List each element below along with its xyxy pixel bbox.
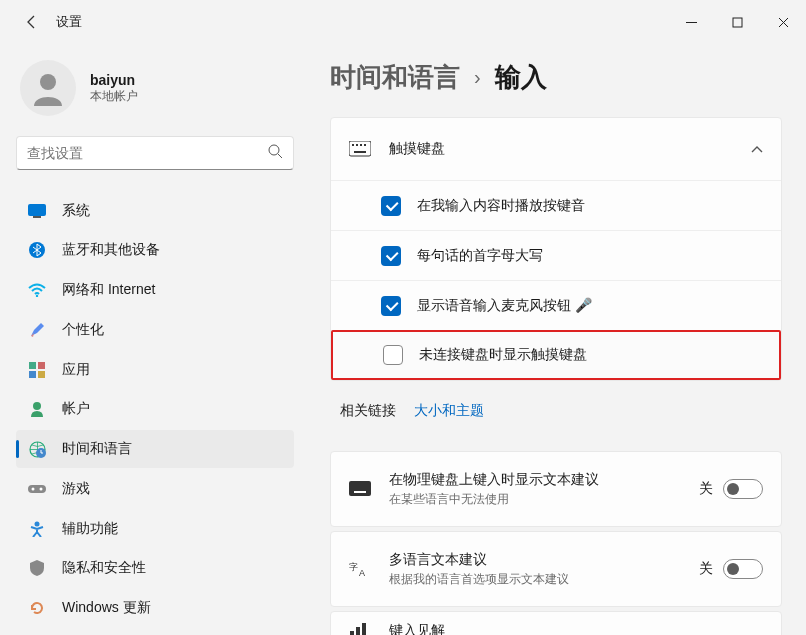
globe-clock-icon <box>28 440 46 458</box>
opt-label: 在我输入内容时播放按键音 <box>417 197 585 215</box>
nav-accessibility[interactable]: 辅助功能 <box>16 510 294 548</box>
svg-rect-22 <box>356 144 358 146</box>
nav-list: 系统 蓝牙和其他设备 网络和 Internet 个性化 应用 帐户 <box>16 192 294 627</box>
multilang-suggest-card[interactable]: 字A 多语言文本建议 根据我的语言首选项显示文本建议 关 <box>330 531 782 607</box>
nav-gaming[interactable]: 游戏 <box>16 470 294 508</box>
toggle-off[interactable] <box>723 479 763 499</box>
card-title: 键入见解 <box>389 622 445 635</box>
opt-label: 显示语音输入麦克风按钮 🎤 <box>417 297 592 315</box>
svg-text:字: 字 <box>349 562 358 572</box>
sidebar: baiyun 本地帐户 系统 蓝牙和其他设备 网络和 Internet <box>0 44 302 635</box>
svg-point-13 <box>33 402 41 410</box>
window-title: 设置 <box>56 13 82 31</box>
nav-label: 辅助功能 <box>62 520 118 538</box>
svg-point-2 <box>40 74 56 90</box>
search-box[interactable] <box>16 136 294 170</box>
keyboard-icon <box>349 138 371 160</box>
touch-keyboard-card: 触摸键盘 在我输入内容时播放按键音 每句话的首字母大写 显示语音输入麦克风按钮 … <box>330 117 782 381</box>
svg-rect-1 <box>733 18 742 27</box>
svg-rect-23 <box>360 144 362 146</box>
related-label: 相关链接 <box>340 402 396 420</box>
accessibility-icon <box>28 520 46 538</box>
svg-point-17 <box>32 487 35 490</box>
nav-apps[interactable]: 应用 <box>16 351 294 389</box>
card-subtitle: 在某些语言中无法使用 <box>389 491 599 508</box>
svg-line-4 <box>278 154 282 158</box>
gamepad-icon <box>28 480 46 498</box>
nav-personalization[interactable]: 个性化 <box>16 311 294 349</box>
svg-rect-12 <box>38 371 45 378</box>
keyboard-solid-icon <box>349 478 371 500</box>
svg-rect-10 <box>38 362 45 369</box>
toggle-state: 关 <box>699 560 713 578</box>
card-title: 在物理键盘上键入时显示文本建议 <box>389 471 599 489</box>
size-theme-link[interactable]: 大小和主题 <box>414 402 484 420</box>
back-button[interactable] <box>22 12 42 32</box>
avatar <box>20 60 76 116</box>
main-content: 时间和语言 › 输入 触摸键盘 在我输入内容时播放按键音 每句话的首字母大写 <box>302 44 806 635</box>
toggle-off[interactable] <box>723 559 763 579</box>
toggle-state: 关 <box>699 480 713 498</box>
nav-time-language[interactable]: 时间和语言 <box>16 430 294 468</box>
nav-bluetooth[interactable]: 蓝牙和其他设备 <box>16 232 294 270</box>
card-subtitle: 根据我的语言首选项显示文本建议 <box>389 571 569 588</box>
checkbox-checked[interactable] <box>381 296 401 316</box>
nav-label: 时间和语言 <box>62 440 132 458</box>
opt-keysound[interactable]: 在我输入内容时播放按键音 <box>331 180 781 230</box>
user-sub: 本地帐户 <box>90 88 138 105</box>
svg-rect-32 <box>362 623 366 635</box>
svg-rect-21 <box>352 144 354 146</box>
window-controls <box>668 4 806 40</box>
svg-rect-24 <box>364 144 366 146</box>
nav-privacy[interactable]: 隐私和安全性 <box>16 550 294 588</box>
svg-rect-6 <box>33 216 41 218</box>
chevron-right-icon: › <box>474 66 481 89</box>
nav-label: 个性化 <box>62 321 104 339</box>
breadcrumb-parent[interactable]: 时间和语言 <box>330 60 460 95</box>
bluetooth-icon <box>28 241 46 259</box>
nav-label: 应用 <box>62 361 90 379</box>
svg-text:A: A <box>359 568 365 578</box>
nav-accounts[interactable]: 帐户 <box>16 391 294 429</box>
nav-label: 系统 <box>62 202 90 220</box>
checkbox-checked[interactable] <box>381 246 401 266</box>
nav-system[interactable]: 系统 <box>16 192 294 230</box>
opt-capitalize[interactable]: 每句话的首字母大写 <box>331 230 781 280</box>
nav-network[interactable]: 网络和 Internet <box>16 271 294 309</box>
opt-label: 未连接键盘时显示触摸键盘 <box>419 346 587 364</box>
touch-keyboard-header[interactable]: 触摸键盘 <box>331 118 781 180</box>
user-block[interactable]: baiyun 本地帐户 <box>16 52 294 136</box>
checkbox-checked[interactable] <box>381 196 401 216</box>
related-links: 相关链接 大小和主题 <box>330 385 782 437</box>
nav-label: 隐私和安全性 <box>62 559 146 577</box>
nav-label: 网络和 Internet <box>62 281 155 299</box>
checkbox-unchecked[interactable] <box>383 345 403 365</box>
svg-point-3 <box>269 145 279 155</box>
opt-voice-mic[interactable]: 显示语音输入麦克风按钮 🎤 <box>331 280 781 330</box>
nav-windows-update[interactable]: Windows 更新 <box>16 589 294 627</box>
svg-rect-5 <box>28 204 46 216</box>
close-button[interactable] <box>760 4 806 40</box>
chevron-up-icon <box>751 141 763 157</box>
svg-point-8 <box>36 295 38 297</box>
search-input[interactable] <box>27 145 268 161</box>
brush-icon <box>28 321 46 339</box>
update-icon <box>28 599 46 617</box>
search-icon <box>268 144 283 162</box>
system-icon <box>28 202 46 220</box>
svg-rect-11 <box>29 371 36 378</box>
titlebar: 设置 <box>0 0 806 44</box>
svg-rect-25 <box>354 151 366 153</box>
card-title: 多语言文本建议 <box>389 551 569 569</box>
svg-rect-31 <box>356 627 360 635</box>
insights-icon <box>349 620 371 635</box>
minimize-button[interactable] <box>668 4 714 40</box>
shield-icon <box>28 559 46 577</box>
opt-show-when-no-keyboard[interactable]: 未连接键盘时显示触摸键盘 <box>331 330 781 380</box>
maximize-button[interactable] <box>714 4 760 40</box>
typing-insights-card[interactable]: 键入见解 <box>330 611 782 635</box>
card-title: 触摸键盘 <box>389 140 445 158</box>
nav-label: 帐户 <box>62 400 90 418</box>
user-name: baiyun <box>90 72 138 88</box>
physical-keyboard-suggest-card[interactable]: 在物理键盘上键入时显示文本建议 在某些语言中无法使用 关 <box>330 451 782 527</box>
